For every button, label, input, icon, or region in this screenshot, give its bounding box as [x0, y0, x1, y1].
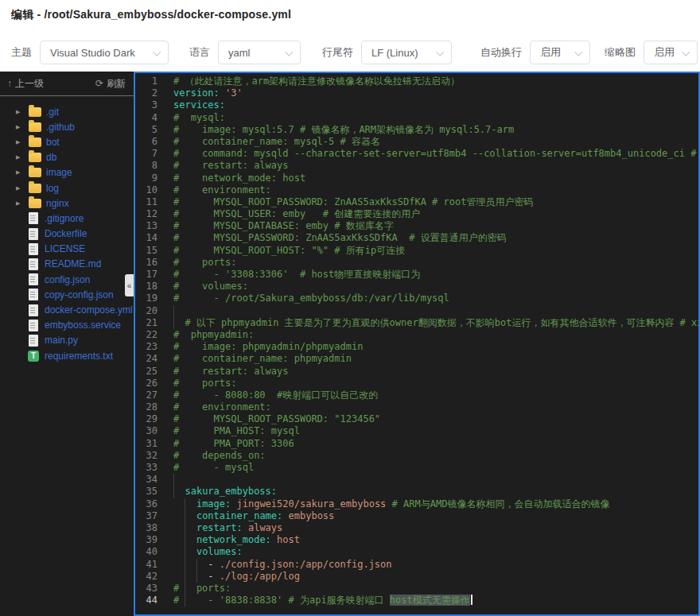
code-token: # MYSQL_ROOT_PASSWORD: ZnAAS5axKksSDfKA …	[173, 196, 533, 207]
line-content: # - '3308:3306' # host物理直接映射端口为	[173, 269, 420, 281]
file-name: Dockerfile	[45, 228, 87, 239]
code-line-8[interactable]: 8# restart: always	[135, 160, 698, 172]
code-token: # command: mysqld --character-set-server…	[173, 148, 700, 159]
tree-file-copy-config.json[interactable]: copy-config.json	[0, 287, 134, 302]
language-select[interactable]: yaml	[218, 41, 301, 64]
file-name: requirements.txt	[45, 351, 113, 362]
code-line-14[interactable]: 14# MYSQL_PASSWORD: ZnAAS5axKksSDfKA # 设…	[135, 232, 698, 244]
code-line-41[interactable]: 41 - ./config.json:/app/config.json	[135, 559, 698, 571]
code-line-33[interactable]: 33# - mysql	[135, 462, 698, 474]
file-name: .gitignore	[45, 213, 84, 224]
eol-select[interactable]: LF (Linux)	[361, 41, 452, 64]
code-token: # depends_on:	[173, 450, 266, 461]
line-content: # environment:	[173, 184, 271, 196]
code-line-43[interactable]: 43# ports:	[135, 583, 698, 595]
code-line-9[interactable]: 9# network_mode: host	[135, 172, 698, 184]
folder-name: db	[46, 152, 56, 163]
code-line-22[interactable]: 22# phpmyadmin:	[135, 329, 698, 341]
code-line-26[interactable]: 26# ports:	[135, 378, 698, 389]
code-line-13[interactable]: 13# MYSQL_DATABASE: emby # 数据库名字	[135, 220, 698, 232]
line-content: # restart: always	[173, 160, 289, 172]
tree-file-gitignore[interactable]: .gitignore	[0, 211, 134, 226]
code-line-23[interactable]: 23# image: phpmyadmin/phpmyadmin	[135, 341, 698, 353]
code-line-16[interactable]: 16# ports:	[135, 257, 698, 269]
theme-select[interactable]: Visual Studio Dark	[40, 41, 169, 64]
tree-file-embyboss.service[interactable]: embyboss.service	[0, 318, 134, 333]
file-icon	[29, 320, 38, 331]
tree-file-LICENSE[interactable]: LICENSE	[0, 242, 134, 257]
code-token: # ports:	[173, 378, 236, 389]
indent-guide	[185, 583, 185, 595]
code-line-1[interactable]: 1# （此处请注意，arm架构请注意修改镜像名称以免拉错无法启动）	[135, 76, 698, 87]
line-content: # ports:	[173, 257, 236, 269]
tree-folder-image[interactable]: ▶image	[0, 165, 134, 180]
line-number: 41	[135, 559, 158, 571]
line-content: # ports:	[173, 378, 236, 389]
refresh-button[interactable]: ⟳ 刷新	[95, 77, 126, 91]
code-line-35[interactable]: 35 sakura_embyboss:	[135, 486, 698, 498]
code-line-6[interactable]: 6# container_name: mysql-5 # 容器名	[135, 136, 698, 148]
code-line-11[interactable]: 11# MYSQL_ROOT_PASSWORD: ZnAAS5axKksSDfK…	[135, 196, 698, 208]
code-line-34[interactable]: 34	[135, 474, 698, 486]
tree-file-README.md[interactable]: README.md	[0, 257, 134, 272]
code-line-2[interactable]: 2version: '3'	[135, 87, 698, 99]
code-line-5[interactable]: 5# image: mysql:5.7 # 镜像名称，ARM架构镜像名为 mys…	[135, 124, 698, 136]
expand-arrow-icon[interactable]: ▶	[16, 139, 22, 145]
tree-folder-git[interactable]: ▶.git	[0, 104, 134, 119]
code-line-30[interactable]: 30# PMA_HOST: mysql	[135, 425, 698, 437]
code-line-40[interactable]: 40 volumes:	[135, 546, 698, 558]
code-line-7[interactable]: 7# command: mysqld --character-set-serve…	[135, 148, 698, 160]
code-token: # ARM与AMD镜像名称相同，会自动加载适合的镜像	[392, 498, 610, 509]
code-editor[interactable]: 1# （此处请注意，arm架构请注意修改镜像名称以免拉错无法启动）2versio…	[134, 72, 700, 616]
code-line-27[interactable]: 27# - 8080:80 #映射端口可以自己改的	[135, 389, 698, 401]
tree-file-requirements.txt[interactable]: Trequirements.txt	[0, 348, 134, 363]
code-line-42[interactable]: 42 - ./log:/app/log	[135, 571, 698, 583]
line-number: 6	[135, 136, 158, 148]
tree-file-docker-compose.yml[interactable]: docker-compose.yml	[0, 302, 134, 317]
code-token: image:	[196, 498, 231, 509]
code-line-3[interactable]: 3services:	[135, 99, 698, 111]
expand-arrow-icon[interactable]: ▶	[16, 109, 22, 115]
code-line-31[interactable]: 31# PMA_PORT: 3306	[135, 438, 698, 450]
code-line-39[interactable]: 39 network_mode: host	[135, 534, 698, 546]
expand-arrow-icon[interactable]: ▶	[16, 169, 22, 176]
expand-arrow-icon[interactable]: ▶	[16, 154, 22, 161]
code-line-38[interactable]: 38 restart: always	[135, 522, 698, 534]
code-line-44[interactable]: 44# - '8838:8838' # 为api服务映射端口 host模式无需操…	[135, 595, 698, 606]
expand-arrow-icon[interactable]: ▶	[16, 124, 22, 130]
code-line-32[interactable]: 32# depends_on:	[135, 450, 698, 462]
code-line-24[interactable]: 24# container_name: phpmyadmin	[135, 353, 698, 365]
code-line-25[interactable]: 25# restart: always	[135, 366, 698, 378]
expand-arrow-icon[interactable]: ▶	[16, 200, 22, 207]
code-line-28[interactable]: 28# environment:	[135, 401, 698, 413]
tree-folder-bot[interactable]: ▶bot	[0, 134, 134, 149]
code-line-29[interactable]: 29# MYSQL_ROOT_PASSWORD: "123456"	[135, 413, 698, 425]
file-name: docker-compose.yml	[45, 304, 133, 316]
code-line-18[interactable]: 18# volumes:	[135, 281, 698, 293]
code-line-21[interactable]: 21 # 以下 phpmyadmin 主要是为了更为直观的供owner翻阅数据，…	[135, 317, 698, 329]
tree-folder-github[interactable]: ▶.github	[0, 119, 134, 134]
minimap-select[interactable]: 启用	[644, 41, 698, 64]
code-line-10[interactable]: 10# environment:	[135, 184, 698, 196]
wordwrap-select[interactable]: 启用	[530, 41, 590, 64]
go-up-button[interactable]: ↑ 上一级	[7, 77, 44, 91]
tree-folder-db[interactable]: ▶db	[0, 150, 134, 165]
code-line-20[interactable]: 20	[135, 305, 698, 317]
code-line-36[interactable]: 36 image: jingwei520/sakura_embyboss # A…	[135, 498, 698, 510]
tree-folder-log[interactable]: ▶log	[0, 180, 134, 196]
theme-label: 主题	[11, 45, 32, 60]
code-line-15[interactable]: 15# MYSQL_ROOT_HOST: "%" # 所有ip可连接	[135, 245, 698, 257]
code-line-37[interactable]: 37 container_name: embyboss	[135, 510, 698, 522]
file-icon	[29, 335, 38, 347]
code-token	[282, 510, 288, 521]
code-line-12[interactable]: 12# MYSQL_USER: emby # 创建需要连接的用户	[135, 208, 698, 220]
tree-file-main.py[interactable]: main.py	[0, 333, 134, 348]
code-line-4[interactable]: 4# mysql:	[135, 112, 698, 124]
code-line-19[interactable]: 19# - /root/Sakura_embyboss/db:/var/lib/…	[135, 293, 698, 304]
tree-file-config.json[interactable]: config.json	[0, 272, 134, 287]
collapse-sidebar-handle[interactable]: «	[125, 274, 134, 296]
tree-folder-nginx[interactable]: ▶nginx	[0, 196, 134, 211]
tree-file-Dockerfile[interactable]: Dockerfile	[0, 227, 134, 242]
code-line-17[interactable]: 17# - '3308:3306' # host物理直接映射端口为	[135, 269, 698, 281]
expand-arrow-icon[interactable]: ▶	[16, 185, 22, 192]
